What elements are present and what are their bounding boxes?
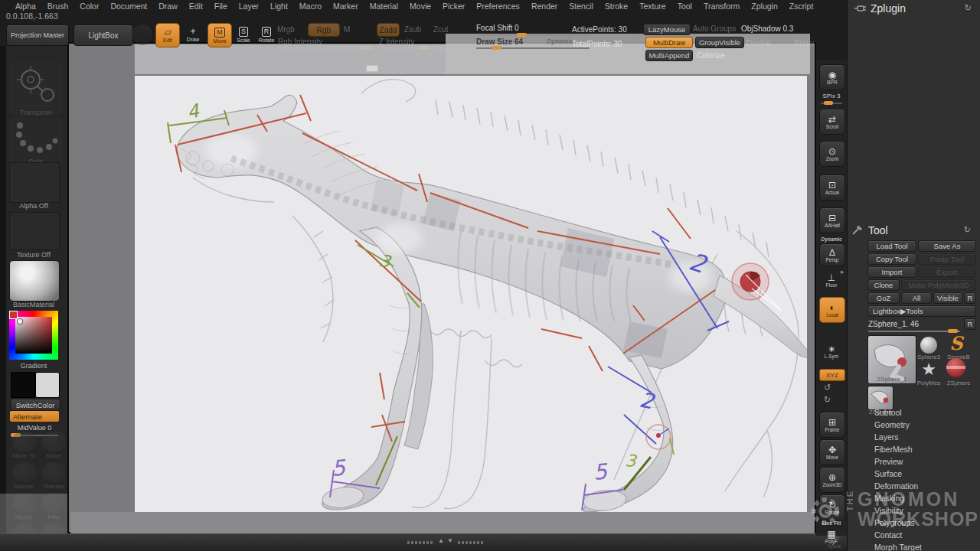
brush-thumb[interactable] <box>12 462 37 482</box>
lightbox-button[interactable]: LightBox <box>74 24 133 46</box>
material-sphere[interactable] <box>9 260 60 302</box>
subpalette-layers[interactable]: Layers <box>847 431 980 443</box>
polymesh-star-thumb[interactable]: ★ <box>919 360 939 380</box>
menu-stencil[interactable]: Stencil <box>569 2 593 11</box>
menu-movie[interactable]: Movie <box>410 2 431 11</box>
focal-shift-slider[interactable] <box>517 33 527 37</box>
tool-header[interactable]: Tool ↻ <box>851 223 975 236</box>
lazymouse-button[interactable]: LazyMouse <box>643 24 691 35</box>
menu-light[interactable]: Light <box>270 2 288 11</box>
xpose-label[interactable]: Xpose <box>819 543 850 549</box>
draw-size-slider[interactable] <box>492 46 501 50</box>
brush-thumb[interactable] <box>41 462 66 482</box>
tray-down-arrow[interactable]: ▼ <box>447 537 453 544</box>
menu-stroke[interactable]: Stroke <box>605 2 628 11</box>
lsym-button[interactable]: ∗L.Sym <box>819 341 844 361</box>
move-button[interactable]: MMove <box>207 23 232 47</box>
color-picker[interactable] <box>9 311 58 360</box>
load-tool-button[interactable]: Load Tool <box>867 240 916 252</box>
lightbox-tools-button[interactable]: Lightbox▶Tools <box>867 305 976 317</box>
alternate-button[interactable]: Alternate <box>10 411 59 422</box>
zplugin-header[interactable]: Zplugin ↻ <box>854 2 976 15</box>
actual-button[interactable]: ⊡Actual <box>819 174 845 201</box>
m-button[interactable]: M <box>344 25 350 34</box>
solo-label[interactable]: Solo <box>819 535 850 540</box>
subpalette-fibermesh[interactable]: FiberMesh <box>847 443 980 455</box>
dog-mesh[interactable] <box>176 95 807 512</box>
xyz-button[interactable]: XYZ <box>819 369 845 381</box>
menu-render[interactable]: Render <box>531 2 557 11</box>
brush-thumb[interactable] <box>12 432 37 452</box>
clone-button[interactable]: Clone <box>867 279 900 291</box>
menu-tool[interactable]: Tool <box>678 2 692 11</box>
mrgb-button[interactable]: Mrgb <box>277 25 295 34</box>
menu-material[interactable]: Material <box>370 2 398 11</box>
restore-config-icon[interactable]: ↻ <box>965 3 972 13</box>
menu-brush[interactable]: Brush <box>47 2 68 11</box>
zsub-button[interactable]: Zsub <box>404 25 421 34</box>
import-button[interactable]: Import <box>867 266 916 278</box>
menu-alpha[interactable]: Alpha <box>15 2 36 11</box>
tool-r-button[interactable]: R <box>964 318 976 330</box>
subpalette-masking[interactable]: Masking <box>847 492 980 504</box>
goz-r-button[interactable]: R <box>964 292 976 304</box>
menu-macro[interactable]: Macro <box>299 2 322 11</box>
stroke-type-button[interactable]: Dots <box>9 118 63 165</box>
brush-thumb[interactable] <box>41 432 66 452</box>
rotate-view-button[interactable]: ↻Rotate <box>819 494 845 520</box>
zoom-button[interactable]: ⊙Zoom <box>819 141 845 167</box>
move-view-button[interactable]: ✥Move <box>819 439 845 465</box>
sphere3d-thumb[interactable] <box>920 337 937 354</box>
subpalette-geometry[interactable]: Geometry <box>847 419 980 431</box>
simplebrush-thumb[interactable]: S <box>946 334 966 354</box>
subpalette-subtool[interactable]: Subtool <box>847 406 980 419</box>
subpalette-contact[interactable]: Contact <box>847 529 980 541</box>
aahalf-button[interactable]: ⊟AAHalf <box>819 207 845 233</box>
zadd-button[interactable]: Zadd <box>377 23 400 37</box>
tool-restore-icon[interactable]: ↻ <box>964 225 971 235</box>
gradient-label[interactable]: Gradient <box>9 362 58 370</box>
main-color-swatch[interactable] <box>11 372 35 398</box>
tray-up-arrow[interactable]: ▲ <box>438 537 444 544</box>
local-button[interactable]: ◐Local <box>819 297 845 323</box>
secondary-color-swatch[interactable] <box>35 372 60 398</box>
menu-transform[interactable]: Transform <box>704 2 740 11</box>
colorize-button[interactable]: Colorize <box>697 51 725 60</box>
multidraw-button[interactable]: MultiDraw <box>645 37 693 48</box>
scale-button[interactable]: SScale <box>232 23 255 46</box>
switchcolor-button[interactable]: SwitchColor <box>10 399 60 411</box>
goz-button[interactable]: GoZ <box>867 292 900 304</box>
save-as-button[interactable]: Save As <box>918 240 976 252</box>
rotate-button[interactable]: RRotate <box>255 23 278 46</box>
projection-master-button[interactable]: Projection Master <box>6 24 69 46</box>
alpha-swatch[interactable] <box>9 162 60 203</box>
rgb-button[interactable]: Rgb <box>308 23 340 37</box>
current-tool-thumbnail[interactable]: ZSphere_1 <box>867 335 916 384</box>
menu-document[interactable]: Document <box>110 2 147 11</box>
menu-texture[interactable]: Texture <box>639 2 665 11</box>
menu-marker[interactable]: Marker <box>333 2 358 11</box>
groupvisible-button[interactable]: GroupVisible <box>695 37 744 48</box>
menu-picker[interactable]: Picker <box>443 2 465 11</box>
edit-button[interactable]: ▱Edit <box>155 23 180 47</box>
copy-tool-button[interactable]: Copy Tool <box>867 253 916 265</box>
tray-grip-right[interactable] <box>458 541 484 544</box>
menu-layer[interactable]: Layer <box>239 2 259 11</box>
draw-button[interactable]: +Draw <box>181 23 204 46</box>
subpalette-surface[interactable]: Surface <box>847 468 980 480</box>
current-brush-button[interactable]: Transpose <box>9 63 63 115</box>
multiappend-button[interactable]: MultiAppend <box>645 50 693 61</box>
subpalette-morph-target[interactable]: Morph Target <box>847 541 980 551</box>
subpalette-deformation[interactable]: Deformation <box>847 480 980 492</box>
subpalette-polygroups[interactable]: Polygroups <box>847 517 980 529</box>
spin-ccw-icon[interactable]: ↺ <box>824 383 831 393</box>
menu-file[interactable]: File <box>214 2 227 11</box>
bpr-button[interactable]: ◉BPR <box>819 64 845 90</box>
zoom3d-button[interactable]: ⊕Zoom3D <box>819 467 845 493</box>
auto-groups-button[interactable]: Auto Groups <box>693 24 736 33</box>
viewport-canvas[interactable]: 4 3 2 2 3 5 5 <box>67 42 816 533</box>
persp-button[interactable]: ∆Persp <box>819 243 845 266</box>
zsphere-thumb[interactable] <box>946 358 965 377</box>
spix-slider[interactable] <box>824 101 833 105</box>
document-area[interactable]: 4 3 2 2 3 5 5 <box>135 76 807 512</box>
